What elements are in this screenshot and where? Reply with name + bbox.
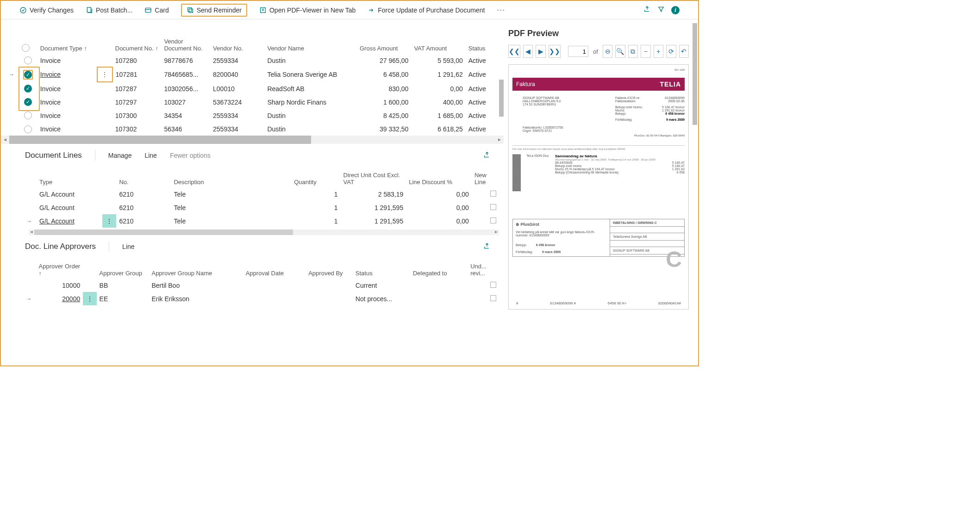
col-approval-date[interactable]: Approval Date (243, 256, 306, 279)
col-ldisc[interactable]: Line Discount % (406, 165, 472, 187)
col-status[interactable]: Status (466, 30, 504, 54)
grid1-hscroll[interactable]: ◄ ► (1, 136, 504, 144)
approver-row[interactable]: 10000BBBertil BooCurrent (21, 279, 499, 292)
row-actions-menu[interactable] (97, 95, 112, 109)
col-vat[interactable]: VAT Amount (411, 30, 465, 54)
col-qty[interactable]: Quantity (291, 165, 340, 187)
cell-qty[interactable]: 1 (291, 214, 340, 228)
cell-document-type[interactable]: Invoice (37, 82, 97, 95)
lines-feweroptions-action[interactable]: Fewer options (170, 152, 211, 159)
cell-status[interactable]: Active (466, 54, 504, 67)
cell-delto[interactable] (410, 279, 468, 292)
approvers-share-icon[interactable] (483, 242, 491, 251)
document-row[interactable]: →✓Invoice⋮10728178465685...8200040Telia … (4, 67, 504, 82)
cell-no[interactable]: 6210 (116, 214, 171, 228)
cell-qty[interactable]: 1 (291, 201, 340, 214)
row-actions-menu[interactable]: ⋮ (102, 214, 117, 228)
cell-type[interactable]: G/L Account (37, 187, 102, 201)
cell-document-type[interactable]: Invoice (37, 54, 97, 67)
cell-desc[interactable]: Tele (171, 201, 291, 214)
row-select-checkbox[interactable]: ✓ (24, 71, 32, 79)
cell-status[interactable]: Active (466, 122, 504, 136)
cell-vendor-doc-no[interactable]: 98778676 (161, 54, 210, 67)
cell-gross[interactable]: 27 965,00 (357, 54, 411, 67)
cell-group[interactable]: EE (97, 292, 149, 305)
cell-gross[interactable]: 1 600,00 (357, 95, 411, 109)
cell-duc[interactable]: 1 291,595 (341, 201, 406, 214)
cell-vendor-no[interactable]: 2559334 (210, 122, 264, 136)
verify-changes-action[interactable]: Verify Changes (19, 6, 74, 14)
cell-document-no[interactable]: 107280 (112, 54, 162, 67)
pdf-plus-button[interactable]: + (654, 45, 663, 58)
cell-delto[interactable] (410, 292, 468, 305)
cell-vendor-no[interactable]: 8200040 (210, 67, 264, 82)
col-vendor-name[interactable]: Vendor Name (264, 30, 357, 54)
cell-vendor-name[interactable]: Dustin (264, 122, 357, 136)
pdf-last-page-button[interactable]: ❯❯ (549, 45, 561, 58)
page-vscroll[interactable] (693, 23, 697, 125)
cell-ldisc[interactable]: 0,00 (406, 214, 472, 228)
cell-newline[interactable] (472, 201, 499, 214)
lines-share-icon[interactable] (483, 151, 491, 160)
line-row[interactable]: G/L Account6210Tele11 291,5950,00 (21, 201, 499, 214)
row-actions-menu[interactable]: ⋮ (97, 67, 112, 82)
cell-status[interactable]: Active (466, 67, 504, 82)
filter-icon[interactable] (657, 6, 665, 14)
cell-status[interactable]: Active (466, 109, 504, 122)
card-action[interactable]: Card (144, 6, 169, 14)
line-row[interactable]: →G/L Account⋮6210Tele11 291,5950,00 (21, 214, 499, 228)
info-icon[interactable]: i (671, 6, 680, 14)
col-approver-order[interactable]: Approver Order ↑ (36, 256, 83, 279)
cell-status[interactable]: Active (466, 82, 504, 95)
cell-status[interactable]: Current (353, 279, 410, 292)
cell-vendor-name[interactable]: Telia Sonera Sverige AB (264, 67, 357, 82)
cell-desc[interactable]: Tele (171, 187, 291, 201)
cell-vendor-no[interactable]: L00010 (210, 82, 264, 95)
cell-document-no[interactable]: 107281 (112, 67, 162, 82)
pdf-next-page-button[interactable]: ▶ (536, 45, 545, 58)
cell-qty[interactable]: 1 (291, 187, 340, 201)
col-approver-name[interactable]: Approver Group Name (149, 256, 243, 279)
cell-document-no[interactable]: 107297 (112, 95, 162, 109)
cell-vendor-name[interactable]: Sharp Nordic Finans (264, 95, 357, 109)
grid1-vscroll[interactable] (499, 80, 504, 117)
cell-date[interactable] (243, 279, 306, 292)
row-select-checkbox[interactable] (24, 125, 32, 133)
pdf-search-button[interactable]: 🔍 (615, 45, 625, 58)
col-newline[interactable]: New Line (472, 165, 499, 187)
cell-desc[interactable]: Tele (171, 214, 291, 228)
cell-status[interactable]: Not proces... (353, 292, 410, 305)
lines-manage-action[interactable]: Manage (108, 152, 132, 159)
cell-document-no[interactable]: 107302 (112, 122, 162, 136)
pdf-refresh-button[interactable]: ⟳ (666, 45, 676, 58)
cell-vendor-name[interactable]: Dustin (264, 109, 357, 122)
col-desc[interactable]: Description (171, 165, 291, 187)
col-type[interactable]: Type (37, 165, 102, 187)
cell-gross[interactable]: 830,00 (357, 82, 411, 95)
send-reminder-action[interactable]: Send Reminder (181, 4, 247, 17)
cell-document-type[interactable]: Invoice (37, 95, 97, 109)
cell-by[interactable] (306, 279, 353, 292)
post-batch-action[interactable]: Post Batch... (86, 6, 132, 14)
row-actions-menu[interactable] (97, 54, 112, 67)
cell-status[interactable]: Active (466, 95, 504, 109)
force-update-action[interactable]: Force Update of Purchase Document (368, 6, 485, 14)
cell-vat[interactable]: 1 291,62 (411, 67, 465, 82)
lines-line-action[interactable]: Line (144, 152, 156, 159)
row-actions-menu[interactable] (102, 187, 117, 201)
cell-und[interactable] (468, 292, 499, 305)
document-row[interactable]: Invoice107280987786762559334Dustin27 965… (4, 54, 504, 67)
row-select-checkbox[interactable] (24, 56, 32, 64)
cell-document-no[interactable]: 107287 (112, 82, 162, 95)
col-document-type[interactable]: Document Type ↑ (37, 30, 97, 54)
cell-vendor-no[interactable]: 2559334 (210, 54, 264, 67)
cell-document-type[interactable]: Invoice (37, 122, 97, 136)
cell-vendor-name[interactable]: ReadSoft AB (264, 82, 357, 95)
cell-ldisc[interactable]: 0,00 (406, 187, 472, 201)
pdf-open-button[interactable]: ⧉ (628, 45, 638, 58)
col-duc[interactable]: Direct Unit Cost Excl. VAT (341, 165, 406, 187)
cell-vat[interactable]: 1 685,00 (411, 109, 465, 122)
document-row[interactable]: Invoice107300343542559334Dustin8 425,001… (4, 109, 504, 122)
approvers-line-action[interactable]: Line (122, 243, 134, 250)
pdf-minus-button[interactable]: − (641, 45, 650, 58)
